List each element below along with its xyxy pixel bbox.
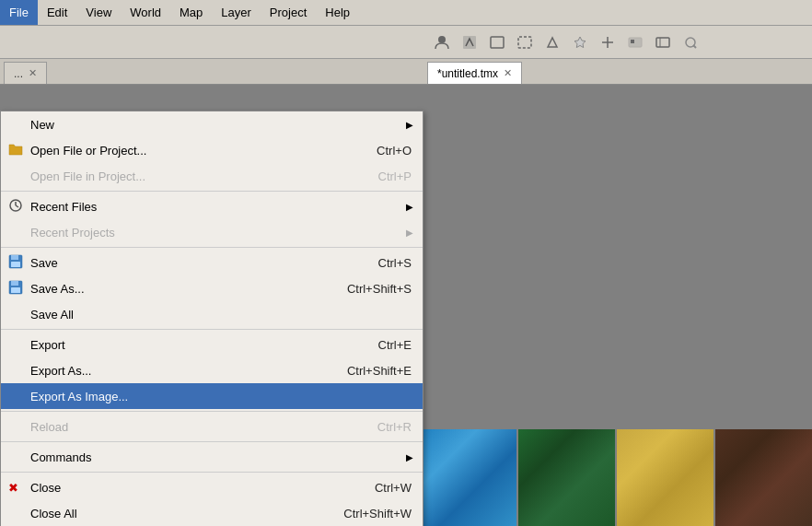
menu-item-close-all[interactable]: Close All Ctrl+Shift+W	[1, 500, 423, 526]
sep-3	[1, 329, 423, 330]
menu-item-save[interactable]: Save Ctrl+S	[1, 250, 423, 275]
menu-world[interactable]: World	[121, 0, 170, 25]
file-menu: New Open File or Project... Ctrl+O Open …	[0, 111, 423, 526]
menu-item-export-as[interactable]: Export As... Ctrl+Shift+E	[1, 357, 423, 383]
save-as-icon	[8, 280, 23, 298]
menu-item-close[interactable]: ✖ Close Ctrl+W	[1, 474, 423, 500]
sep-4	[1, 411, 423, 412]
menu-item-reload: Reload Ctrl+R	[1, 414, 423, 439]
toolbar-btn-8[interactable]	[622, 29, 648, 55]
clock-icon	[8, 198, 23, 216]
tile-swatch-sand[interactable]	[617, 429, 713, 526]
svg-rect-3	[518, 37, 531, 48]
toolbar-btn-4[interactable]	[512, 29, 538, 55]
tab-1-close[interactable]: ✕	[29, 67, 37, 79]
sep-1	[1, 191, 423, 192]
svg-rect-20	[11, 287, 20, 293]
tab-1-label: ...	[14, 67, 23, 80]
menu-item-new[interactable]: New	[1, 111, 423, 137]
toolbar-btn-1[interactable]	[429, 29, 455, 55]
menu-item-commands[interactable]: Commands	[1, 444, 423, 470]
toolbar-btn-5[interactable]	[539, 29, 565, 55]
toolbar-btn-10[interactable]	[678, 29, 703, 55]
tab-untitled-close[interactable]: ✕	[504, 67, 512, 79]
menu-view[interactable]: View	[76, 0, 121, 25]
svg-point-0	[438, 36, 446, 43]
menubar: File Edit View World Map Layer Project H…	[0, 0, 812, 26]
tile-swatch-dark[interactable]	[715, 429, 812, 526]
menu-item-save-as[interactable]: Save As... Ctrl+Shift+S	[1, 275, 423, 301]
menu-project[interactable]: Project	[261, 0, 316, 25]
tab-untitled[interactable]: *untitled.tmx ✕	[427, 62, 522, 84]
save-icon	[8, 254, 23, 272]
svg-rect-19	[11, 281, 18, 286]
sep-2	[1, 247, 423, 248]
main-area: New Open File or Project... Ctrl+O Open …	[0, 85, 812, 526]
tile-swatch-water[interactable]	[420, 429, 516, 526]
toolbar-btn-7[interactable]	[595, 29, 621, 55]
menu-layer[interactable]: Layer	[212, 0, 261, 25]
menu-map[interactable]: Map	[170, 0, 212, 25]
toolbar	[0, 26, 812, 59]
menu-item-open-in-project: Open File in Project... Ctrl+P	[1, 163, 423, 189]
toolbar-btn-9[interactable]	[650, 29, 676, 55]
tabs-bar: ... ✕ *untitled.tmx ✕	[0, 59, 812, 85]
tab-untitled-label: *untitled.tmx	[437, 67, 498, 80]
sep-5	[1, 441, 423, 442]
svg-rect-7	[631, 40, 634, 43]
menu-edit[interactable]: Edit	[38, 0, 76, 25]
svg-rect-17	[11, 262, 20, 267]
menu-item-save-all[interactable]: Save All	[1, 301, 423, 327]
menu-help[interactable]: Help	[316, 0, 359, 25]
close-icon: ✖	[8, 481, 18, 495]
tile-swatch-grass[interactable]	[518, 429, 615, 526]
toolbar-btn-3[interactable]	[484, 29, 510, 55]
tileset-bar	[420, 429, 812, 526]
svg-rect-16	[11, 255, 18, 260]
menu-file[interactable]: File	[0, 0, 38, 25]
svg-rect-8	[656, 38, 669, 47]
svg-line-11	[693, 45, 696, 48]
toolbar-btn-6[interactable]	[567, 29, 593, 55]
menu-item-recent-projects: Recent Projects	[1, 219, 423, 245]
toolbar-btn-2[interactable]	[457, 29, 482, 55]
tab-1[interactable]: ... ✕	[4, 62, 47, 84]
sep-6	[1, 472, 423, 473]
menu-item-export[interactable]: Export Ctrl+E	[1, 332, 423, 357]
menu-item-open-file[interactable]: Open File or Project... Ctrl+O	[1, 137, 423, 163]
menu-item-recent-files[interactable]: Recent Files	[1, 193, 423, 219]
svg-rect-2	[491, 37, 504, 48]
folder-icon	[8, 143, 23, 158]
menu-item-export-as-image[interactable]: Export As Image...	[1, 383, 423, 409]
